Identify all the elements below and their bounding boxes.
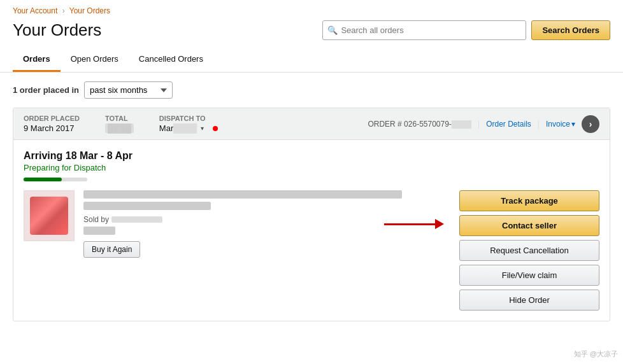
breadcrumb: Your Account › Your Orders	[0, 0, 623, 18]
breadcrumb-account-link[interactable]: Your Account	[13, 6, 57, 15]
filter-row: 1 order placed in past six months past t…	[0, 73, 623, 108]
breadcrumb-current: Your Orders	[69, 6, 110, 15]
search-input[interactable]	[322, 20, 526, 40]
invoice-chevron-icon: ▾	[571, 120, 575, 129]
search-button[interactable]: Search Orders	[531, 20, 610, 40]
page-title: Your Orders	[13, 20, 101, 40]
order-total-col: TOTAL ████	[105, 115, 134, 133]
sold-by-label: Sold by	[83, 215, 109, 224]
order-placed-label: ORDER PLACED	[24, 115, 80, 122]
search-bar-container: 🔍 Search Orders	[322, 20, 610, 40]
tab-orders[interactable]: Orders	[13, 48, 61, 72]
order-placed-col: ORDER PLACED 9 March 2017	[24, 115, 80, 133]
buy-again-button[interactable]: Buy it Again	[83, 241, 140, 258]
item-title-blurred	[83, 190, 402, 199]
request-cancellation-button[interactable]: Request Cancellation	[459, 240, 599, 261]
dispatch-to-wrapper: Mar████ ▾	[159, 123, 218, 133]
invoice-button[interactable]: Invoice ▾	[546, 120, 575, 129]
period-filter-select[interactable]: past six months past three months past m…	[84, 81, 173, 99]
order-total-value: ████	[105, 123, 134, 133]
arrow-head	[435, 219, 444, 229]
order-number: ORDER # 026-5570079-████	[368, 120, 471, 129]
progress-bar-fill	[24, 178, 62, 181]
order-header-right: ORDER # 026-5570079-████ | Order Details…	[368, 115, 599, 133]
order-dispatch-label: DISPATCH TO	[159, 115, 218, 122]
arrow-indicator	[384, 219, 444, 229]
next-arrow-button[interactable]: ›	[582, 115, 599, 133]
page-wrapper: Your Account › Your Orders Your Orders 🔍…	[0, 0, 623, 364]
order-dispatch-col: DISPATCH TO Mar████ ▾	[159, 115, 218, 133]
tabs-row: Orders Open Orders Cancelled Orders	[0, 48, 623, 73]
track-package-button[interactable]: Track package	[459, 190, 599, 211]
item-subtitle-blurred	[83, 202, 211, 210]
progress-bar	[24, 178, 87, 181]
tab-cancelled-orders[interactable]: Cancelled Orders	[129, 48, 213, 72]
order-total-label: TOTAL	[105, 115, 134, 122]
contact-seller-button[interactable]: Contact seller	[459, 215, 599, 236]
item-image	[24, 190, 75, 241]
sold-by-value	[111, 216, 162, 223]
item-price-blurred	[83, 227, 115, 235]
title-search-row: Your Orders 🔍 Search Orders	[0, 18, 623, 48]
order-card: ORDER PLACED 9 March 2017 TOTAL ████ DIS…	[13, 108, 610, 321]
order-details-link[interactable]: Order Details	[486, 120, 531, 129]
divider: |	[478, 120, 480, 129]
item-image-inner	[30, 197, 68, 235]
divider2: |	[538, 120, 540, 129]
search-icon: 🔍	[327, 25, 338, 35]
breadcrumb-separator: ›	[62, 6, 65, 15]
file-view-claim-button[interactable]: File/View claim	[459, 265, 599, 286]
dispatch-arrow: ▾	[201, 125, 204, 132]
tab-open-orders[interactable]: Open Orders	[61, 48, 129, 72]
hide-order-button[interactable]: Hide Order	[459, 290, 599, 311]
order-count-text: 1 order placed in	[13, 85, 79, 95]
dispatch-value: Mar████	[159, 123, 197, 133]
order-placed-value: 9 March 2017	[24, 123, 80, 133]
arriving-title: Arriving 18 Mar - 8 Apr	[24, 150, 599, 162]
order-header-left: ORDER PLACED 9 March 2017 TOTAL ████ DIS…	[24, 115, 218, 133]
order-item-actions-row: Sold by Buy it Again Track package	[24, 190, 599, 311]
order-card-header: ORDER PLACED 9 March 2017 TOTAL ████ DIS…	[13, 108, 610, 140]
search-input-wrapper: 🔍	[322, 20, 526, 40]
preparing-status: Preparing for Dispatch	[24, 163, 599, 172]
arrow-line	[384, 223, 435, 225]
action-buttons: Track package Contact seller Request Can…	[459, 190, 599, 311]
order-item-row: Sold by Buy it Again	[24, 190, 450, 258]
order-card-body: Arriving 18 Mar - 8 Apr Preparing for Di…	[13, 140, 610, 321]
watermark: 知乎 @大凉子	[574, 349, 618, 359]
dispatch-dot	[213, 126, 218, 131]
